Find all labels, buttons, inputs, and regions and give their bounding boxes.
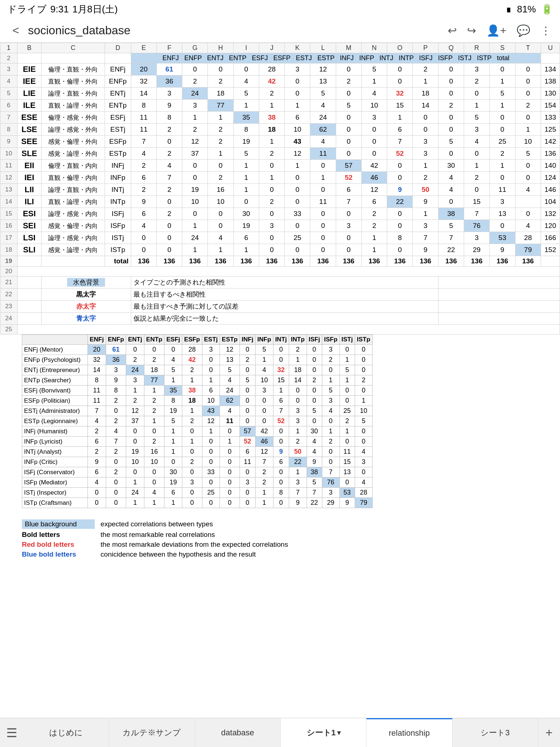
col-s: S (490, 43, 515, 53)
col-b-header: B (17, 43, 41, 53)
table-row: 8 LSE 論理・感覚・外向 ESTj 11 2 2 2 8 18 10 62 … (0, 124, 560, 136)
header-merged: ENFJ ENFP ENTJ ENTP ESFJ ESFP ESTJ ESTP … (131, 53, 541, 63)
legend2-red-val: the most remarkale deviations from the e… (95, 541, 288, 549)
tab-add-button[interactable]: + (538, 725, 560, 740)
table-row: 22 黒太字 最も注目するべき相関性 (0, 289, 560, 301)
table-row: ESTj (Administrator) 7 0 12 2 19 1 43 4 … (22, 406, 373, 416)
legend2-bold-key: Bold letters (22, 531, 95, 539)
table-row: 7 ESE 倫理・感覚・外向 ESFj 11 8 1 1 35 38 6 24 … (0, 112, 560, 124)
table-row: 16 SEI 感覚・倫理・内向 ISFp 4 0 1 0 19 3 0 0 3 … (0, 220, 560, 232)
tab-sheet3[interactable]: シート3 (452, 718, 538, 747)
table-row: ENFj (Mentor) 20 61 0 0 0 28 3 12 0 5 0 … (22, 345, 373, 355)
dropdown-icon: ▾ (337, 729, 341, 737)
table-row: 2 ENFJ ENFP ENTJ ENTP ESFJ ESFP ESTJ EST… (0, 53, 560, 63)
legend2-item: Bold letters the most remarkable real co… (22, 531, 538, 539)
app-header: < socionics_database ↩ ↪ 👤+ 💬 ⋮ (0, 19, 560, 43)
table-row: 14 ILI 直観・論理・内向 INTp 9 0 10 10 0 2 0 11 … (0, 196, 560, 208)
table-row: 23 赤太字 最も注目すべき予測に対しての誤差 (0, 301, 560, 313)
col-n: N (361, 43, 387, 53)
col-t: T (515, 43, 541, 53)
tab-relationship[interactable]: relationship (366, 718, 452, 747)
legend-bold-label: 黒太字 (76, 291, 96, 298)
cell[interactable] (17, 53, 41, 63)
tab-hajimeni[interactable]: はじめに (23, 718, 109, 747)
table-row: 24 青太字 仮説と結果が完全に一致した (0, 313, 560, 325)
table-row: 10 SLE 感覚・論理・外向 ESTp 4 2 37 1 5 2 12 11 … (0, 148, 560, 160)
legend2-item: Red bold letters the most remarkale devi… (22, 541, 538, 549)
back-button[interactable]: < (9, 22, 23, 39)
table-row: ENFp (Psychologist) 32 36 2 2 4 42 0 13 … (22, 355, 373, 365)
col-o: O (387, 43, 413, 53)
tab-sheet1[interactable]: シート1 ▾ (281, 718, 366, 747)
more-icon[interactable]: ⋮ (540, 24, 551, 37)
col-f: F (156, 43, 182, 53)
table-row: 5 LIE 論理・直観・外向 ENTj 14 3 24 18 5 2 0 5 0… (0, 88, 560, 100)
spreadsheet: 1 B C D E F G H I J K L M N O P Q R S T … (0, 43, 560, 334)
tab-label: カルテ※サンプ (122, 727, 181, 738)
legend-blue-label: 青太字 (76, 315, 96, 322)
table-row: ENTj (Entrepreneur) 14 3 24 18 5 2 0 5 0… (22, 365, 373, 375)
table2-header: ENFj ENFp ENTj ENTp ESFj ESFp ESTj ESTp … (22, 335, 373, 345)
tab-menu-icon[interactable]: ☰ (0, 725, 23, 740)
battery-icon: 🔋 (541, 4, 553, 15)
table-row: 18 SLI 感覚・論理・内向 ISTp 0 0 1 1 1 0 0 0 0 1… (0, 244, 560, 256)
table-row: 3 EIE 倫理・直観・外向 ENFj 20 61 0 0 0 28 3 12 … (0, 63, 560, 76)
header-left: < socionics_database (9, 22, 131, 39)
table2-section: ENFj ENFp ENTj ENTp ESFj ESFp ESTj ESTp … (0, 334, 560, 508)
col-c-header: C (42, 43, 105, 53)
comment-icon[interactable]: 💬 (517, 24, 530, 37)
main-table: 1 B C D E F G H I J K L M N O P Q R S T … (0, 43, 560, 334)
table-row: ESTp (Legionnaire) 4 2 37 1 5 2 12 11 0 … (22, 416, 373, 426)
cell[interactable] (105, 53, 131, 63)
tab-database[interactable]: database (195, 718, 281, 747)
date: 1月8日(土) (73, 3, 118, 16)
row-num: 2 (0, 53, 18, 63)
table-row: 12 IEI 直観・倫理・内向 INFp 6 7 0 2 1 1 0 1 52 … (0, 172, 560, 184)
add-person-icon[interactable]: 👤+ (486, 24, 506, 37)
redo-icon[interactable]: ↪ (467, 24, 476, 37)
header-right: ↩ ↪ 👤+ 💬 ⋮ (448, 24, 551, 37)
legend2-blue-key: Blue background (22, 519, 95, 529)
legend2-item: Blue bold letters conicidence between th… (22, 550, 538, 558)
table-row: ISTp (Craftsman) 0 0 1 1 1 0 0 0 0 1 0 9… (22, 498, 373, 508)
table-row: ESFp (Politician) 11 2 2 2 8 18 10 62 0 … (22, 396, 373, 406)
tab-carte[interactable]: カルテ※サンプ (109, 718, 195, 747)
battery: 81% (517, 4, 536, 15)
table-row: 25 (0, 325, 560, 334)
row-num: 1 (0, 43, 18, 53)
table-row: INFp (Critic) 9 0 10 10 0 2 0 0 11 7 6 2… (22, 457, 373, 467)
legend2: Blue background expected correlations be… (0, 514, 560, 564)
table-row: ISFj (Conservator) 6 2 0 0 30 0 33 0 0 2… (22, 467, 373, 477)
col-e: E (131, 43, 156, 53)
table-row: 4 IEE 直観・倫理・外向 ENFp 32 36 2 2 4 42 0 13 … (0, 76, 560, 88)
status-bar: ドライブ 9:31 1月8日(土) ∎ 81% 🔋 (0, 0, 560, 19)
col-q: Q (438, 43, 464, 53)
table-row: 21 水色背景 タイプごとの予測された相関性 (0, 276, 560, 289)
legend2-red-key: Red bold letters (22, 541, 95, 549)
table-row: 13 LII 論理・直観・内向 INTj 2 2 19 16 1 0 0 0 6… (0, 184, 560, 196)
legend2-bold-val: the most remarkable real correlations (95, 531, 215, 539)
col-d-header: D (105, 43, 131, 53)
cell[interactable] (42, 53, 105, 63)
col-r: R (464, 43, 489, 53)
legend2-bluetext-val: conicidence between the hypothesis and t… (95, 550, 256, 558)
legend2-bluetext-key: Blue bold letters (22, 550, 95, 558)
table-row: INTj (Analyst) 2 2 19 16 1 0 0 0 6 12 9 … (22, 447, 373, 457)
tab-bar: ☰ はじめに カルテ※サンプ database シート1 ▾ relations… (0, 718, 560, 747)
table-row: 19 total 136 136 136 136 136 136 136 136… (0, 256, 560, 267)
wifi-icon: ∎ (506, 4, 512, 15)
table-row: 15 ESI 論理・感覚・内向 ISFj 6 2 0 0 30 0 33 0 0… (0, 208, 560, 220)
table-row: 6 ILE 直観・論理・外向 ENTp 8 9 3 77 1 1 1 4 5 1… (0, 100, 560, 112)
col-h: H (208, 43, 233, 53)
tab-label: database (221, 728, 254, 738)
col-i: I (233, 43, 259, 53)
legend-text-4: 仮説と結果が完全に一致した (131, 313, 438, 325)
carrier: ドライブ (7, 3, 47, 16)
table-row: 1 B C D E F G H I J K L M N O P Q R S T … (0, 43, 560, 53)
time: 9:31 (50, 4, 69, 15)
undo-icon[interactable]: ↩ (448, 24, 457, 37)
tab-label: relationship (389, 728, 430, 738)
col-m: M (336, 43, 361, 53)
tab-label: シート3 (481, 727, 510, 738)
cell[interactable] (541, 53, 560, 63)
